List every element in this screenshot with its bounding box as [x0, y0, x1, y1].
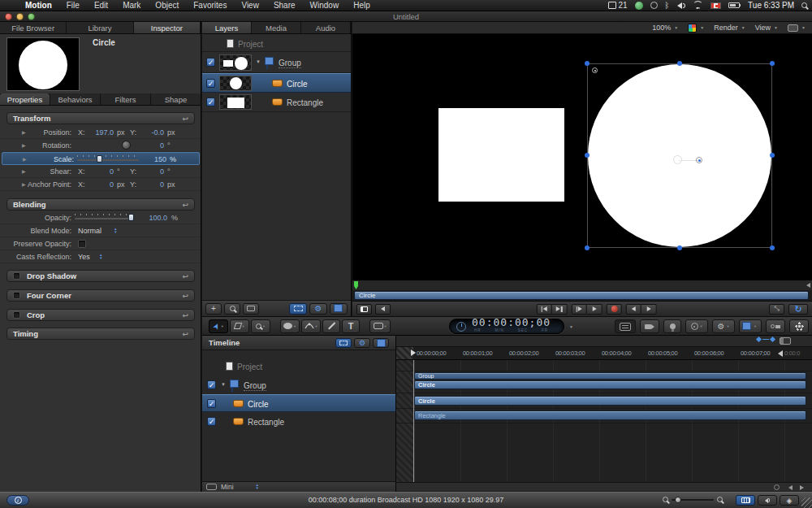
- show-audio-pane-button[interactable]: [758, 495, 777, 506]
- four-corner-section-header[interactable]: Four Corner ↩: [6, 289, 195, 302]
- selection-handle[interactable]: [585, 61, 590, 66]
- zoom-preset-dropdown-icon[interactable]: ▲▼: [256, 484, 259, 489]
- crop-reset-icon[interactable]: ↩: [182, 311, 188, 319]
- mask-tool-button[interactable]: ▼: [369, 319, 391, 333]
- selection-handle[interactable]: [585, 245, 590, 250]
- show-keyframe-editor-button[interactable]: ◈: [780, 495, 799, 506]
- channels-dropdown[interactable]: ▼: [688, 24, 704, 33]
- menu-item-edit[interactable]: Edit: [87, 1, 115, 10]
- transform-section-header[interactable]: Transform ↩: [6, 112, 195, 124]
- transform-reset-icon[interactable]: ↩: [182, 115, 188, 123]
- canvas-rectangle-shape[interactable]: [438, 108, 564, 202]
- make-particles-button[interactable]: [789, 319, 809, 333]
- menu-item-file[interactable]: File: [59, 1, 87, 10]
- canvas-viewport[interactable]: [352, 34, 812, 280]
- globe-status-icon[interactable]: [635, 2, 643, 10]
- timeline-group-label[interactable]: Group: [244, 381, 266, 391]
- selection-handle[interactable]: [770, 61, 775, 66]
- tab-media[interactable]: Media: [252, 22, 301, 33]
- layer-row-rectangle[interactable]: ✓ Rectangle: [202, 93, 351, 112]
- make-clone-button[interactable]: [766, 319, 785, 333]
- scale-slider-thumb[interactable]: [97, 155, 102, 163]
- canvas-mini-timeline-ruler[interactable]: [352, 280, 812, 290]
- bluetooth-icon[interactable]: ᛒ: [665, 1, 670, 10]
- subtab-filters[interactable]: Filters: [101, 93, 151, 105]
- wifi-icon[interactable]: [693, 2, 703, 9]
- rectangle-visibility-checkbox[interactable]: ✓: [206, 98, 215, 106]
- anchor-x-value[interactable]: 0: [84, 180, 114, 189]
- menu-item-share[interactable]: Share: [266, 1, 303, 10]
- position-y-value[interactable]: -0.0: [135, 128, 164, 137]
- group-visibility-checkbox[interactable]: ✓: [206, 58, 215, 67]
- display-dropdown[interactable]: ▼: [788, 24, 806, 32]
- subtab-properties[interactable]: Properties: [0, 93, 50, 105]
- loop-playback-button[interactable]: ↻: [788, 304, 808, 315]
- drop-shadow-reset-icon[interactable]: ↩: [182, 272, 188, 280]
- selection-handle[interactable]: [770, 153, 775, 158]
- timeline-circle-label[interactable]: Circle: [248, 400, 269, 409]
- blending-reset-icon[interactable]: ↩: [182, 201, 188, 209]
- menu-item-mark[interactable]: Mark: [115, 1, 148, 10]
- clock-status-icon[interactable]: [650, 2, 658, 9]
- subtab-behaviors[interactable]: Behaviors: [50, 93, 101, 105]
- selection-handle[interactable]: [677, 61, 682, 66]
- timeline-ruler[interactable]: 00:00:00;00 00:00:01;00 00:00:02;00 00:0…: [396, 347, 812, 360]
- timeline-layers-toggle[interactable]: [373, 338, 389, 348]
- zoom-out-icon[interactable]: [663, 497, 668, 502]
- record-button[interactable]: [607, 304, 622, 315]
- timeline-row-group[interactable]: ✓ ▼ Group: [202, 376, 395, 394]
- tab-inspector[interactable]: Inspector: [134, 22, 201, 33]
- show-timeline-button[interactable]: [356, 304, 372, 315]
- track-bar-group[interactable]: Group: [414, 372, 806, 380]
- tab-layers[interactable]: Layers: [202, 22, 252, 33]
- close-window-button[interactable]: [5, 13, 12, 20]
- tab-library[interactable]: Library: [67, 22, 133, 33]
- add-layer-button[interactable]: +: [205, 303, 222, 315]
- selection-handle[interactable]: [585, 153, 590, 158]
- timing-section-header[interactable]: Timing ↩: [6, 328, 195, 340]
- tab-audio[interactable]: Audio: [301, 22, 351, 33]
- blend-mode-value[interactable]: Normal: [78, 227, 102, 235]
- text-tool-button[interactable]: T: [342, 319, 360, 333]
- resize-grip[interactable]: [801, 497, 812, 508]
- show-timeline-pane-button[interactable]: [736, 495, 755, 506]
- tab-file-browser[interactable]: File Browser: [0, 22, 67, 33]
- zoom-window-button[interactable]: [28, 13, 35, 20]
- scale-slider-track[interactable]: [77, 159, 139, 161]
- new-camera-button[interactable]: [640, 319, 659, 333]
- filmstrip-view-button[interactable]: [243, 303, 259, 315]
- timeline-hscroll[interactable]: [396, 482, 812, 491]
- input-source-menu[interactable]: 21: [608, 1, 627, 10]
- spotlight-icon[interactable]: [801, 2, 807, 8]
- group-label[interactable]: Group: [279, 59, 301, 68]
- scroll-right-button[interactable]: [800, 485, 804, 490]
- rotation-handle[interactable]: [696, 157, 702, 163]
- timing-reset-icon[interactable]: ↩: [182, 330, 188, 338]
- menu-item-window[interactable]: Window: [303, 1, 347, 10]
- timeline-zoom-control[interactable]: [663, 497, 723, 502]
- track-bar-circle[interactable]: Circle: [414, 396, 806, 406]
- zoom-level-dropdown[interactable]: 100%▼: [652, 24, 678, 32]
- layers-toggle-button[interactable]: [330, 303, 348, 315]
- bezier-tool-button[interactable]: ▼: [301, 319, 321, 333]
- project-end-marker[interactable]: [778, 350, 783, 357]
- track-bar-group-circle[interactable]: Circle: [414, 380, 806, 389]
- previous-frame-button[interactable]: [375, 304, 391, 315]
- casts-reflection-dropdown-icon[interactable]: ▲▼: [99, 254, 102, 259]
- circle-visibility-checkbox[interactable]: ✓: [206, 79, 215, 88]
- timecode-display[interactable]: 00:00:00;00 HR MIN SEC FR: [449, 319, 564, 334]
- opacity-slider-thumb[interactable]: [128, 214, 134, 221]
- blending-section-header[interactable]: Blending ↩: [6, 198, 195, 211]
- opacity-slider-track[interactable]: [75, 218, 133, 219]
- zoom-slider-track[interactable]: [672, 499, 714, 501]
- layer-row-circle-selected[interactable]: ✓ Circle: [202, 73, 351, 93]
- menu-item-motion[interactable]: Motion: [18, 1, 59, 10]
- line-tool-button[interactable]: [322, 319, 340, 333]
- view-dropdown[interactable]: View▼: [755, 24, 778, 32]
- opacity-value[interactable]: 100.0: [138, 214, 167, 222]
- select-tool-button[interactable]: ➤ ▼: [209, 319, 228, 333]
- search-button[interactable]: [224, 303, 240, 315]
- zoom-slider-thumb[interactable]: [675, 497, 681, 503]
- preserve-opacity-checkbox[interactable]: [78, 240, 86, 248]
- fit-window-button[interactable]: ⤡: [769, 304, 784, 315]
